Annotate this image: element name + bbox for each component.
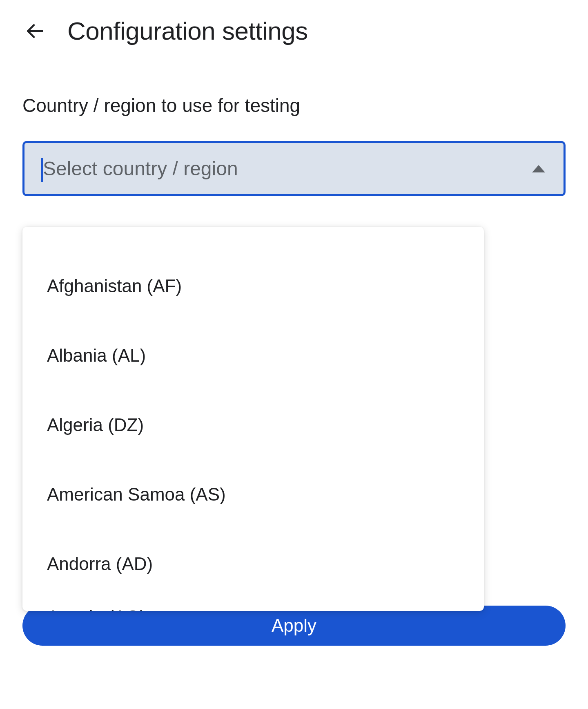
- header: Configuration settings: [0, 0, 588, 45]
- select-placeholder-text: Select country / region: [43, 158, 238, 179]
- country-dropdown-list: Afghanistan (AF) Albania (AL) Algeria (D…: [22, 227, 484, 611]
- arrow-left-icon: [24, 21, 45, 41]
- country-option[interactable]: Afghanistan (AF): [22, 251, 484, 321]
- page-title: Configuration settings: [67, 16, 308, 45]
- country-option[interactable]: Andorra (AD): [22, 529, 484, 599]
- country-select[interactable]: Select country / region: [22, 141, 566, 196]
- content: Country / region to use for testing Sele…: [0, 45, 588, 196]
- select-container: Select country / region Afghanistan (AF)…: [22, 141, 566, 196]
- apply-button[interactable]: Apply: [22, 606, 566, 646]
- text-cursor: [41, 158, 43, 182]
- country-option-label: Angola (AO): [47, 607, 146, 611]
- country-option[interactable]: Albania (AL): [22, 321, 484, 390]
- country-option[interactable]: Algeria (DZ): [22, 390, 484, 460]
- chevron-up-icon: [532, 165, 545, 172]
- country-option[interactable]: Angola (AO): [22, 599, 484, 611]
- back-button[interactable]: [22, 19, 47, 43]
- field-label: Country / region to use for testing: [22, 94, 566, 116]
- select-placeholder: Select country / region: [43, 157, 238, 180]
- country-option[interactable]: American Samoa (AS): [22, 460, 484, 529]
- country-dropdown-panel: Afghanistan (AF) Albania (AL) Algeria (D…: [22, 227, 484, 611]
